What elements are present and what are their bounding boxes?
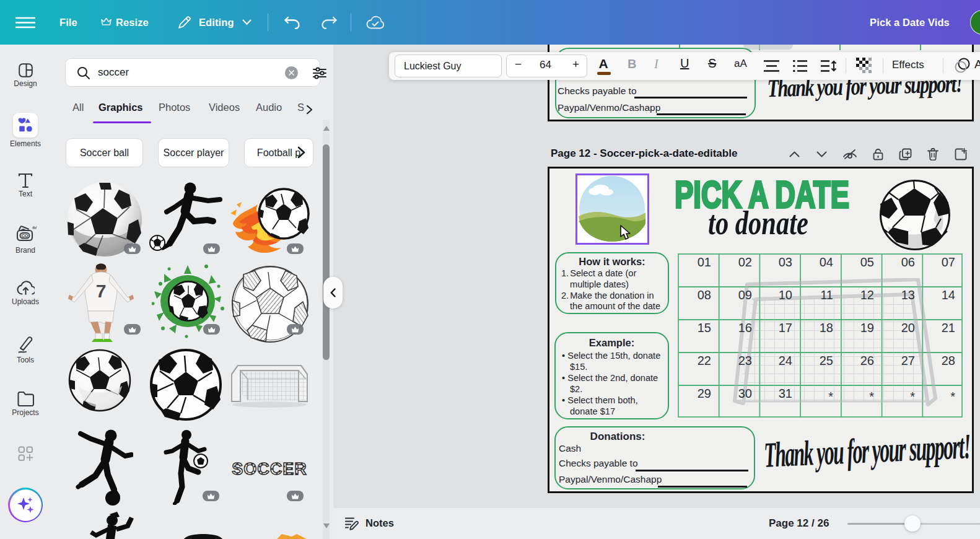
svg-text:7: 7 <box>96 281 107 301</box>
svg-text:CO: CO <box>21 233 28 239</box>
svg-text:SOCCER: SOCCER <box>232 460 307 478</box>
